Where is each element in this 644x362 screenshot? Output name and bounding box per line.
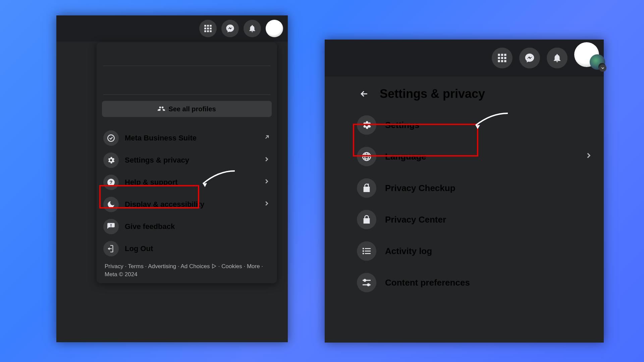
menu-item-label: Meta Business Suite — [125, 134, 197, 142]
arrow-left-icon — [359, 89, 369, 99]
menu-item-label: Log Out — [125, 244, 153, 253]
svg-rect-5 — [210, 27, 211, 29]
menu-item-language[interactable]: Language — [347, 141, 602, 172]
svg-rect-30 — [365, 251, 371, 252]
help-icon: ? — [103, 175, 119, 190]
ad-choices-icon — [211, 263, 217, 269]
svg-rect-4 — [207, 27, 209, 29]
menu-item-label: Give feedback — [125, 222, 175, 231]
grid-icon — [497, 53, 507, 63]
menu-item-content-preferences[interactable]: Content preferences — [347, 267, 602, 298]
svg-rect-8 — [210, 30, 211, 32]
chevron-right-icon — [584, 151, 593, 162]
back-button[interactable] — [357, 86, 372, 101]
menu-item-label: Privacy Checkup — [385, 183, 455, 193]
svg-point-10 — [162, 107, 164, 109]
svg-rect-15 — [111, 226, 111, 227]
menu-item-privacy-checkup[interactable]: Privacy Checkup — [347, 172, 602, 204]
chevron-right-icon — [263, 156, 270, 165]
svg-rect-19 — [498, 57, 500, 59]
menu-item-label: Settings & privacy — [125, 156, 189, 165]
svg-point-9 — [159, 107, 161, 109]
notifications-button[interactable] — [244, 20, 261, 37]
menu-item-settings[interactable]: Settings — [347, 109, 602, 141]
menu-item-display-accessibility[interactable]: Display & accessibility — [97, 193, 277, 216]
svg-rect-32 — [365, 253, 371, 254]
menu-grid-button[interactable] — [199, 20, 217, 37]
see-all-profiles-label: See all profiles — [168, 105, 216, 113]
menu-item-activity-log[interactable]: Activity log — [347, 235, 602, 267]
svg-rect-20 — [501, 57, 503, 59]
menu-item-help-support[interactable]: ? Help & support — [97, 171, 277, 193]
submenu-title: Settings & privacy — [380, 87, 485, 101]
menu-grid-button[interactable] — [492, 48, 513, 68]
menu-item-label: Activity log — [385, 246, 432, 256]
footer-more[interactable]: More — [247, 263, 260, 269]
account-dropdown: See all profiles Meta Business Suite Set… — [97, 42, 277, 283]
footer-copyright: Meta © 2024 — [105, 271, 138, 278]
submenu-header: Settings & privacy — [347, 78, 602, 105]
menu-item-settings-privacy[interactable]: Settings & privacy — [97, 149, 277, 171]
topbar — [325, 40, 604, 76]
lock-icon — [357, 210, 376, 229]
meta-business-icon — [103, 130, 119, 146]
notifications-button[interactable] — [547, 48, 568, 68]
bell-icon — [552, 53, 562, 63]
see-all-profiles-button[interactable]: See all profiles — [102, 101, 272, 117]
menu-item-label: Privacy Center — [385, 215, 446, 225]
footer-terms[interactable]: Terms — [128, 263, 144, 269]
svg-rect-3 — [204, 27, 206, 29]
footer-links: Privacy · Terms · Advertising · Ad Choic… — [97, 260, 277, 283]
svg-rect-22 — [498, 60, 500, 62]
svg-rect-29 — [363, 250, 364, 252]
svg-rect-7 — [207, 30, 209, 32]
svg-rect-27 — [363, 248, 364, 249]
divider — [103, 95, 270, 95]
menu-item-give-feedback[interactable]: Give feedback — [97, 216, 277, 238]
menu-item-label: Settings — [385, 120, 420, 130]
messenger-button[interactable] — [221, 20, 239, 37]
footer-privacy[interactable]: Privacy — [105, 263, 123, 269]
svg-text:?: ? — [109, 179, 112, 185]
messenger-icon — [524, 53, 535, 63]
settings-privacy-dropdown: Settings & privacy Settings Language Pri… — [347, 78, 602, 298]
svg-rect-6 — [204, 30, 206, 32]
svg-point-34 — [367, 284, 369, 286]
messenger-icon — [225, 24, 235, 33]
lock-heart-icon — [357, 178, 376, 198]
svg-rect-17 — [501, 54, 503, 56]
footer-ad-choices[interactable]: Ad Choices — [180, 263, 210, 269]
topbar — [56, 15, 288, 42]
svg-rect-2 — [210, 25, 211, 26]
list-icon — [357, 241, 376, 261]
svg-point-33 — [364, 279, 366, 281]
bell-icon — [248, 24, 257, 33]
svg-rect-0 — [204, 25, 206, 26]
menu-item-label: Language — [385, 152, 426, 162]
svg-rect-23 — [501, 60, 503, 62]
menu-item-label: Help & support — [125, 178, 178, 187]
chevron-down-icon — [599, 64, 606, 72]
svg-rect-24 — [504, 60, 506, 62]
grid-icon — [204, 24, 212, 33]
logout-icon — [103, 241, 119, 256]
svg-rect-16 — [498, 54, 500, 56]
avatar-button[interactable] — [266, 20, 283, 37]
svg-rect-28 — [365, 248, 371, 249]
menu-item-label: Content preferences — [385, 278, 470, 288]
feedback-icon — [103, 219, 119, 234]
footer-cookies[interactable]: Cookies — [221, 263, 242, 269]
gear-icon — [103, 153, 119, 168]
moon-icon — [103, 197, 119, 212]
svg-rect-21 — [504, 57, 506, 59]
menu-item-meta-business-suite[interactable]: Meta Business Suite — [97, 127, 277, 149]
avatar-group[interactable] — [574, 49, 597, 67]
menu-item-privacy-center[interactable]: Privacy Center — [347, 204, 602, 235]
footer-advertising[interactable]: Advertising — [148, 263, 176, 269]
messenger-button[interactable] — [519, 48, 540, 68]
profiles-icon — [158, 105, 165, 113]
chevron-right-icon — [263, 178, 270, 187]
menu-item-log-out[interactable]: Log Out — [97, 238, 277, 260]
svg-rect-1 — [207, 25, 209, 26]
svg-rect-31 — [363, 253, 364, 254]
